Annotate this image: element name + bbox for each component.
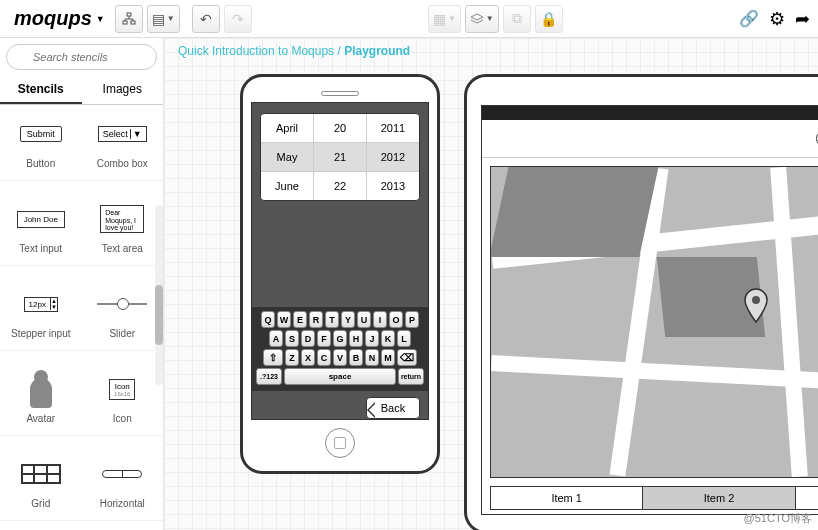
breadcrumb[interactable]: Quick Introduction to Moqups / Playgroun… bbox=[178, 44, 410, 58]
key-s[interactable]: S bbox=[285, 330, 299, 347]
watermark: @51CTO博客 bbox=[744, 511, 812, 526]
stencil-grid: Submit Button Select▼ Combo box John Doe… bbox=[0, 105, 163, 530]
key-i[interactable]: I bbox=[373, 311, 387, 328]
svg-rect-2 bbox=[131, 21, 135, 24]
backspace-key[interactable]: ⌫ bbox=[397, 349, 417, 366]
key-x[interactable]: X bbox=[301, 349, 315, 366]
map[interactable] bbox=[490, 166, 818, 478]
key-a[interactable]: A bbox=[269, 330, 283, 347]
key-o[interactable]: O bbox=[389, 311, 403, 328]
svg-point-3 bbox=[752, 296, 760, 304]
tablet-mockup[interactable]: 🔍Search Item 1 Item 2 It bbox=[464, 74, 818, 530]
key-e[interactable]: E bbox=[293, 311, 307, 328]
key-v[interactable]: V bbox=[333, 349, 347, 366]
lock-button[interactable]: 🔒 bbox=[535, 5, 563, 33]
svg-rect-1 bbox=[123, 21, 127, 24]
key-g[interactable]: G bbox=[333, 330, 347, 347]
return-key[interactable]: return bbox=[398, 368, 424, 385]
redo-button[interactable]: ↷ bbox=[224, 5, 252, 33]
stencil-combobox[interactable]: Select▼ Combo box bbox=[82, 105, 164, 181]
tablet-tabs: Item 1 Item 2 It bbox=[490, 486, 818, 510]
numeric-key[interactable]: .?123 bbox=[256, 368, 282, 385]
key-l[interactable]: L bbox=[397, 330, 411, 347]
key-w[interactable]: W bbox=[277, 311, 291, 328]
dropdown-button[interactable]: ▤▼ bbox=[147, 5, 180, 33]
tablet-tab[interactable]: Item 1 bbox=[491, 487, 643, 509]
key-k[interactable]: K bbox=[381, 330, 395, 347]
tablet-tab[interactable]: It bbox=[796, 487, 818, 509]
gear-icon[interactable]: ⚙ bbox=[769, 8, 785, 30]
link-icon[interactable]: 🔗 bbox=[739, 9, 759, 28]
canvas[interactable]: Quick Introduction to Moqups / Playgroun… bbox=[164, 38, 818, 530]
tab-images[interactable]: Images bbox=[82, 76, 164, 104]
sidebar: 🔍 Stencils Images Submit Button Select▼ … bbox=[0, 38, 164, 530]
key-f[interactable]: F bbox=[317, 330, 331, 347]
stencil-scrollbar[interactable] bbox=[155, 205, 163, 385]
key-c[interactable]: C bbox=[317, 349, 331, 366]
stencil-horizontal[interactable]: Horizontal bbox=[82, 445, 164, 521]
undo-button[interactable]: ↶ bbox=[192, 5, 220, 33]
status-bar bbox=[482, 106, 818, 120]
stencil-icon[interactable]: Icon16x16 Icon bbox=[82, 360, 164, 436]
key-n[interactable]: N bbox=[365, 349, 379, 366]
key-h[interactable]: H bbox=[349, 330, 363, 347]
search-stencils-input[interactable] bbox=[6, 44, 157, 70]
key-z[interactable]: Z bbox=[285, 349, 299, 366]
stencil-textinput[interactable]: John Doe Text input bbox=[0, 190, 82, 266]
phone-speaker bbox=[321, 91, 359, 96]
key-d[interactable]: D bbox=[301, 330, 315, 347]
key-u[interactable]: U bbox=[357, 311, 371, 328]
space-key[interactable]: space bbox=[284, 368, 396, 385]
date-picker[interactable]: April202011 May212012 June222013 bbox=[260, 113, 420, 201]
layers-dropdown[interactable]: ▼ bbox=[465, 5, 499, 33]
key-m[interactable]: M bbox=[381, 349, 395, 366]
stencil-avatar[interactable]: Avatar bbox=[0, 360, 82, 436]
key-y[interactable]: Y bbox=[341, 311, 355, 328]
tablet-tab-selected[interactable]: Item 2 bbox=[643, 487, 795, 509]
stencil-textarea[interactable]: Dear Moqups, I love you! Text area bbox=[82, 190, 164, 266]
tablet-screen: 🔍Search Item 1 Item 2 It bbox=[481, 105, 818, 515]
group-button[interactable]: ⧉ bbox=[503, 5, 531, 33]
shift-key[interactable]: ⇧ bbox=[263, 349, 283, 366]
align-dropdown[interactable]: ▦▼ bbox=[428, 5, 461, 33]
key-q[interactable]: Q bbox=[261, 311, 275, 328]
key-b[interactable]: B bbox=[349, 349, 363, 366]
key-j[interactable]: J bbox=[365, 330, 379, 347]
key-t[interactable]: T bbox=[325, 311, 339, 328]
home-button[interactable] bbox=[325, 428, 355, 458]
date-row[interactable]: June222013 bbox=[261, 172, 419, 200]
key-r[interactable]: R bbox=[309, 311, 323, 328]
map-pin-icon[interactable] bbox=[741, 287, 771, 329]
key-p[interactable]: P bbox=[405, 311, 419, 328]
svg-rect-0 bbox=[127, 13, 131, 16]
tab-stencils[interactable]: Stencils bbox=[0, 76, 82, 104]
logo[interactable]: moqups ▼ bbox=[8, 5, 111, 32]
sitemap-button[interactable] bbox=[115, 5, 143, 33]
back-button[interactable]: Back bbox=[366, 397, 420, 419]
date-row[interactable]: April202011 bbox=[261, 114, 419, 143]
phone-mockup[interactable]: April202011 May212012 June222013 QWERTYU… bbox=[240, 74, 440, 474]
date-row-selected[interactable]: May212012 bbox=[261, 143, 419, 172]
stencil-button[interactable]: Submit Button bbox=[0, 105, 82, 181]
stencil-slider[interactable]: Slider bbox=[82, 275, 164, 351]
keyboard[interactable]: QWERTYUIOP ASDFGHJKL ⇧ZXCVBNM⌫ .?123 spa… bbox=[252, 307, 428, 391]
main-toolbar: moqups ▼ ▤▼ ↶ ↷ ▦▼ ▼ ⧉ 🔒 🔗 ⚙ ➦ bbox=[0, 0, 818, 38]
phone-screen: April202011 May212012 June222013 QWERTYU… bbox=[251, 102, 429, 420]
stencil-grid[interactable]: Grid bbox=[0, 445, 82, 521]
stencil-stepper[interactable]: 12px▲▼ Stepper input bbox=[0, 275, 82, 351]
share-icon[interactable]: ➦ bbox=[795, 8, 810, 30]
